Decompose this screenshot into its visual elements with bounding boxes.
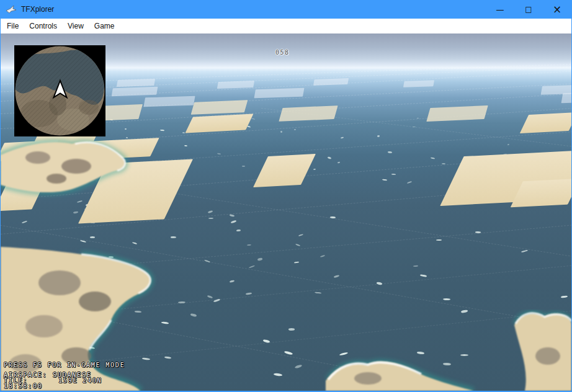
island-bottom-center	[326, 362, 473, 391]
island-left	[1, 142, 125, 192]
island-bottom-right	[514, 313, 571, 391]
menu-file[interactable]: File	[3, 19, 22, 33]
minimap	[14, 45, 105, 136]
hud-press-f5: PRESS F5 FOR IN-GAME MODE	[4, 362, 125, 368]
menu-game[interactable]: Game	[91, 19, 118, 33]
window-controls: — □ ×	[486, 0, 571, 19]
island-bottom-left	[1, 247, 150, 391]
app-window: TFXplorer — □ × File Controls View Game	[0, 0, 572, 392]
hud-tile-value: 159E 240N	[58, 377, 102, 384]
compass-heading: 058	[275, 49, 290, 56]
close-button[interactable]: ×	[543, 0, 571, 19]
menu-controls[interactable]: Controls	[25, 19, 61, 33]
title-bar[interactable]: TFXplorer — □ ×	[1, 0, 571, 19]
hud-time: 18:58:00	[4, 383, 43, 390]
menu-view[interactable]: View	[64, 19, 87, 33]
app-icon-jet	[6, 5, 17, 14]
viewport-3d[interactable]: 058 PRESS F5 FOR IN-GAME MODE AIRSPACE: …	[1, 33, 571, 391]
minimize-button[interactable]: —	[486, 0, 514, 19]
maximize-button[interactable]: □	[514, 0, 543, 19]
menu-bar: File Controls View Game	[1, 19, 571, 33]
window-title: TFXplorer	[21, 5, 54, 14]
